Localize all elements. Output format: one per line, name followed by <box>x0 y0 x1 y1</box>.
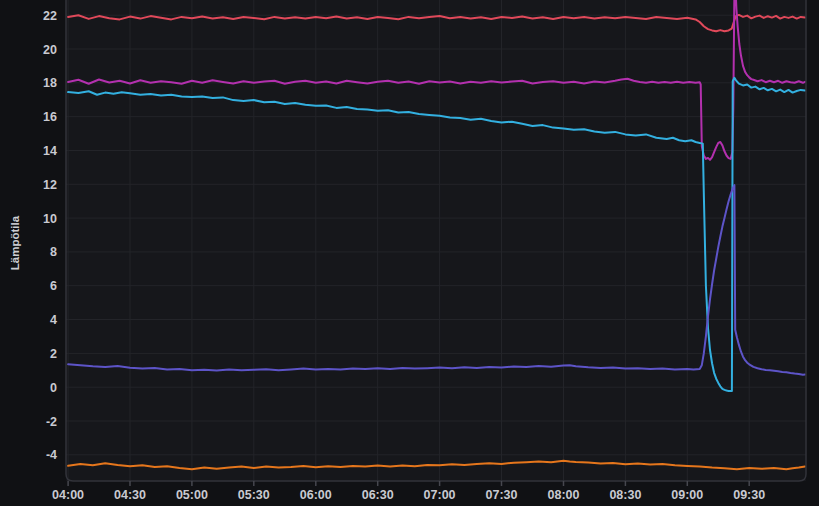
temperature-chart[interactable]: 04:0004:3005:0005:3006:0006:3007:0007:30… <box>0 0 819 506</box>
y-tick-label: -2 <box>46 415 57 429</box>
plot-background <box>66 0 806 481</box>
y-tick-label: 12 <box>43 178 57 192</box>
x-tick-label: 08:30 <box>609 488 641 502</box>
grid-layer <box>66 0 806 481</box>
y-tick-label: 20 <box>43 43 57 57</box>
x-tick-label: 07:00 <box>424 488 456 502</box>
y-tick-label: 18 <box>43 76 57 90</box>
x-tick-label: 06:00 <box>300 488 332 502</box>
x-tick-label: 07:30 <box>486 488 518 502</box>
y-tick-label: 16 <box>43 110 57 124</box>
x-tick-label: 04:30 <box>114 488 146 502</box>
y-tick-label: 8 <box>50 245 57 259</box>
y-tick-label: 14 <box>43 144 57 158</box>
y-tick-label: -4 <box>46 448 57 462</box>
x-tick-label: 05:00 <box>176 488 208 502</box>
x-tick-label: 04:00 <box>52 488 84 502</box>
y-tick-label: 2 <box>50 347 57 361</box>
y-tick-label: 22 <box>43 9 57 23</box>
x-tick-label: 09:30 <box>733 488 765 502</box>
x-tick-label: 05:30 <box>238 488 270 502</box>
y-axis-title: Lämpötila <box>9 215 21 270</box>
y-tick-label: 6 <box>50 279 57 293</box>
x-tick-label: 06:30 <box>362 488 394 502</box>
y-tick-label: 10 <box>43 212 57 226</box>
y-tick-label: 0 <box>50 381 57 395</box>
x-tick-label: 08:00 <box>548 488 580 502</box>
dashboard-page: { "panel": { "background": "#101114", "p… <box>0 0 819 506</box>
x-tick-label: 09:00 <box>671 488 703 502</box>
y-tick-label: 4 <box>50 313 57 327</box>
temperature-graph-panel: 04:0004:3005:0005:3006:0006:3007:0007:30… <box>0 0 819 506</box>
